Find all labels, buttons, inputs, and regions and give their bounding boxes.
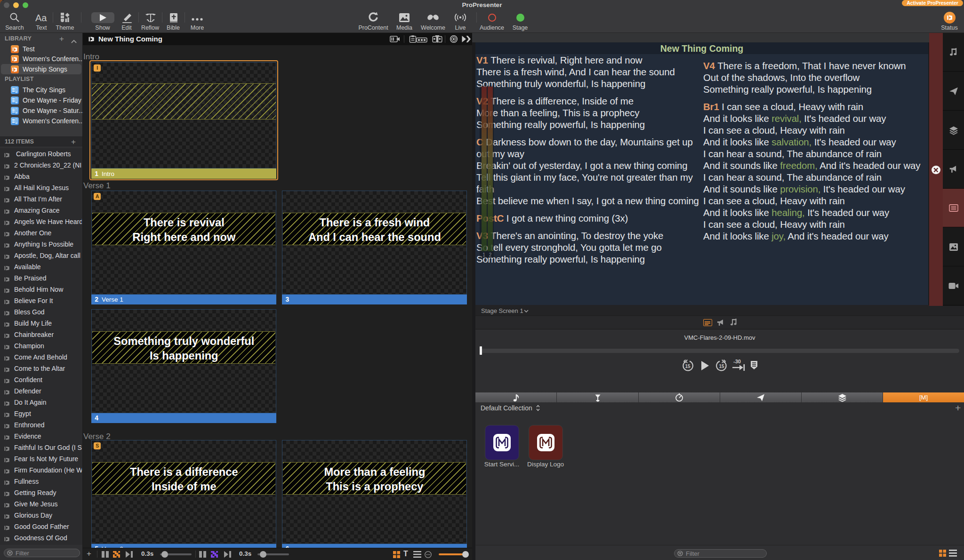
svg-text:15: 15 <box>685 364 691 369</box>
svg-text:-30: -30 <box>733 359 741 364</box>
svg-text:15: 15 <box>719 364 724 369</box>
